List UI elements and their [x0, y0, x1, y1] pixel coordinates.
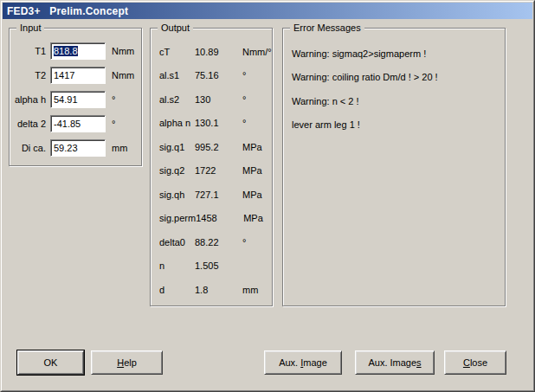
- output-row: alpha n 130.1 °: [159, 112, 272, 136]
- alpha-h-unit: °: [112, 94, 115, 105]
- delta-2-label: delta 2: [10, 119, 46, 129]
- output-label: sig.perm: [159, 213, 196, 223]
- output-row: al.s1 75.16 °: [159, 64, 272, 88]
- window-title: FED3+ Prelim.Concept: [3, 5, 128, 17]
- help-button[interactable]: Help: [91, 350, 163, 375]
- output-row: al.s2 130 °: [159, 87, 272, 112]
- output-value: 1.505: [195, 260, 242, 271]
- help-button-label: H: [117, 357, 124, 368]
- delta-2-unit: °: [112, 119, 115, 129]
- error-messages-group-label: Error Messages: [290, 22, 364, 34]
- ok-button-label: OK: [44, 357, 58, 368]
- output-label: al.s2: [159, 94, 195, 105]
- output-value: 995.2: [195, 142, 242, 152]
- error-message: Warning: coiling ratio Dm/d ! > 20 !: [292, 66, 505, 90]
- error-messages-group: Error Messages Warning: sigmaq2>sigmaper…: [282, 28, 506, 306]
- output-row: sig.q1 995.2 MPa: [159, 135, 272, 159]
- error-message: Warning: n < 2 !: [292, 89, 505, 113]
- output-group: Output cT 10.89 Nmm/° al.s1 75.16 ° al.s…: [150, 28, 273, 306]
- di-ca-unit: mm: [112, 143, 127, 153]
- close-button-label: C: [463, 357, 470, 368]
- aux-image-button[interactable]: Aux. Image: [264, 350, 342, 375]
- output-label: sig.qh: [159, 190, 195, 200]
- output-row: sig.q2 1722 MPa: [159, 159, 272, 183]
- output-row: sig.qh 727.1 MPa: [159, 183, 272, 207]
- t2-label: T2: [10, 70, 46, 80]
- output-label: cT: [159, 47, 195, 57]
- output-value: 10.89: [195, 47, 242, 57]
- output-label: sig.q2: [159, 165, 195, 176]
- input-group-label: Input: [16, 22, 44, 34]
- output-value: 727.1: [195, 190, 242, 200]
- error-message-list: Warning: sigmaq2>sigmaperm ! Warning: co…: [283, 29, 505, 137]
- output-unit: °: [242, 237, 246, 247]
- output-row: n 1.505: [159, 254, 272, 279]
- input-group: Input T1 818.8 Nmm T2 1417 Nmm alpha h 5…: [9, 28, 142, 166]
- output-value: 1458: [196, 213, 243, 223]
- output-unit: MPa: [242, 165, 262, 176]
- input-row: T2 1417 Nmm: [10, 63, 141, 87]
- output-unit: °: [242, 94, 246, 105]
- alpha-h-input[interactable]: 54.91: [50, 91, 106, 108]
- output-unit: °: [242, 118, 246, 128]
- error-message: lever arm leg 1 !: [292, 113, 505, 138]
- output-unit: MPa: [243, 213, 263, 223]
- di-ca-input[interactable]: 59.23: [50, 139, 106, 157]
- output-label: alpha n: [159, 118, 195, 128]
- output-unit: MPa: [242, 142, 262, 152]
- di-ca-label: Di ca.: [10, 143, 46, 153]
- close-button[interactable]: Close: [444, 350, 506, 375]
- t1-input[interactable]: 818.8: [50, 42, 106, 60]
- t1-unit: Nmm: [112, 46, 134, 56]
- input-row: Di ca. 59.23 mm: [10, 136, 141, 160]
- output-unit: MPa: [242, 190, 262, 200]
- output-label: delta0: [159, 237, 195, 247]
- input-row: alpha h 54.91 °: [10, 87, 141, 112]
- output-label: al.s1: [159, 70, 195, 80]
- aux-image-button-label: Aux.: [279, 357, 300, 368]
- t2-input[interactable]: 1417: [50, 67, 106, 84]
- output-label: n: [159, 260, 195, 271]
- alpha-h-label: alpha h: [10, 94, 46, 105]
- input-rows: T1 818.8 Nmm T2 1417 Nmm alpha h 54.91 °…: [10, 29, 141, 160]
- output-value: 1722: [195, 165, 242, 176]
- output-unit: Nmm/°: [242, 47, 272, 57]
- output-unit: mm: [242, 285, 258, 295]
- error-message: Warning: sigmaq2>sigmaperm !: [292, 42, 505, 66]
- output-row: d 1.8 mm: [159, 278, 272, 302]
- output-row: sig.perm 1458 MPa: [159, 207, 272, 231]
- output-value: 130.1: [195, 118, 242, 128]
- output-value: 75.16: [195, 70, 242, 80]
- output-row: cT 10.89 Nmm/°: [159, 40, 272, 64]
- title-bar[interactable]: FED3+ Prelim.Concept: [3, 3, 532, 19]
- t2-unit: Nmm: [112, 70, 134, 80]
- output-label: d: [159, 285, 195, 295]
- output-value: 130: [195, 94, 242, 105]
- output-group-label: Output: [158, 22, 193, 34]
- aux-images-button[interactable]: Aux. Images: [355, 350, 435, 375]
- delta-2-input[interactable]: -41.85: [50, 115, 106, 132]
- t1-selected-text: 818.8: [54, 46, 78, 56]
- output-value: 88.22: [195, 237, 242, 247]
- output-row: delta0 88.22 °: [159, 230, 272, 254]
- output-value: 1.8: [195, 285, 242, 295]
- t1-label: T1: [10, 46, 46, 56]
- output-label: sig.q1: [159, 142, 195, 152]
- output-rows: cT 10.89 Nmm/° al.s1 75.16 ° al.s2 130 °…: [151, 29, 272, 302]
- output-unit: °: [242, 70, 246, 80]
- ok-button[interactable]: OK: [17, 350, 84, 375]
- input-row: delta 2 -41.85 °: [10, 112, 141, 136]
- aux-images-button-label: Aux. Image: [368, 357, 416, 368]
- input-row: T1 818.8 Nmm: [10, 39, 141, 63]
